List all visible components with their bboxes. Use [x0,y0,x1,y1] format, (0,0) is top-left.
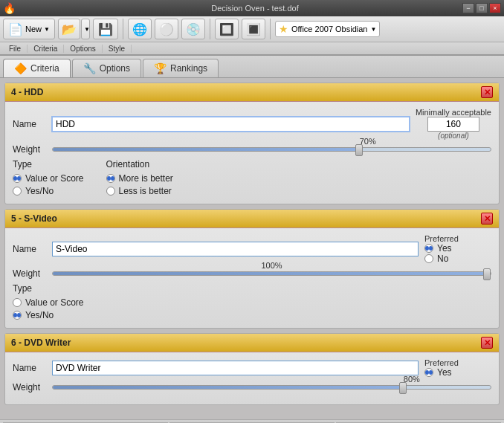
svideo-weight-label: Weight [13,268,46,279]
svideo-name-row: Name Preferred Yes No [13,234,491,264]
options-group-label: Options [64,45,102,53]
web-icon: 🌐 [132,22,147,36]
svideo-type-value-radio[interactable]: Value or Score [13,297,84,308]
hdd-orientation-less-radio[interactable]: Less is better [106,186,173,196]
svideo-options-row: Type Value or Score Yes/No [13,283,491,320]
hdd-name-label: Name [13,119,46,129]
tab-rankings[interactable]: 🏆 Rankings [143,59,219,77]
open-dropdown-button[interactable]: ▼ [81,19,90,39]
svideo-header-label: 5 - S-Video [11,213,57,224]
new-dropdown-arrow: ▼ [44,26,50,33]
svideo-type-value-radio-btn[interactable] [13,298,22,307]
hdd-orientation-label: Orientation [106,159,173,169]
tab-criteria[interactable]: 🔶 Criteria [3,59,71,77]
hdd-slider-fill [53,148,359,151]
dvdwriter-preferred-yes[interactable]: Yes [424,367,452,378]
new-button[interactable]: 📄 New ▼ [3,19,55,39]
toolbar-divider-1 [123,19,123,39]
dvdwriter-preferred-yes-label: Yes [437,367,452,378]
hdd-orientation-more-radio-btn[interactable] [106,174,115,183]
dvdwriter-weight-row: Weight 80% [13,382,491,393]
hdd-orientation-less-label: Less is better [119,186,172,196]
svideo-close-button[interactable]: ✕ [481,213,493,225]
svideo-type-yesno-label: Yes/No [25,310,54,320]
hdd-name-row: Name Minimally acceptable (optional) [13,108,491,140]
hdd-orientation-less-radio-btn[interactable] [106,187,115,196]
pointer2-button[interactable]: 🔳 [242,19,265,39]
hdd-name-input[interactable] [52,117,410,132]
options-icon: 💿 [186,22,201,36]
svideo-preferred-label: Preferred [424,234,459,243]
dvdwriter-weight-label: Weight [13,382,46,393]
rankings-tab-icon: 🏆 [154,62,167,74]
window-title: Decision Oven - test.dof [48,4,462,13]
hdd-type-yesno-radio-btn[interactable] [13,187,22,196]
dvdwriter-preferred-panel: Preferred Yes [424,358,491,378]
hdd-min-accept-input[interactable] [427,117,479,132]
hdd-type-label: Type [13,159,84,169]
save-icon: 💾 [98,22,113,36]
criteria-icon: ⚪ [159,22,174,36]
style-group-label: Style [103,45,132,53]
dvdwriter-slider-track [52,385,491,390]
dvdwriter-close-button[interactable]: ✕ [481,337,493,349]
criteria-card-svideo: 5 - S-Video ✕ Name Preferred Yes No [4,209,500,329]
svideo-preferred-no-label: No [437,254,448,264]
hdd-orientation-more-radio[interactable]: More is better [106,173,173,184]
hdd-type-value-radio-btn[interactable] [13,174,22,183]
svideo-name-input[interactable] [52,242,419,256]
svideo-preferred-yes-btn[interactable] [424,244,433,253]
criteria-header-hdd: 4 - HDD ✕ [5,83,499,102]
criteria-header-svideo: 5 - S-Video ✕ [5,210,499,228]
main-content: 4 - HDD ✕ Name Minimally acceptable (opt… [0,78,504,419]
svideo-body: Name Preferred Yes No Weight [5,228,499,328]
options-tab-icon: 🔧 [83,62,96,74]
dvdwriter-name-input[interactable] [52,361,419,375]
file-group-label: File [3,45,28,53]
options-toolbar-button[interactable]: 💿 [181,19,205,39]
toolbar-divider-3 [270,19,271,39]
svideo-type-yesno-radio[interactable]: Yes/No [13,310,84,320]
hdd-type-value-label: Value or Score [25,173,84,184]
tab-options-label: Options [100,63,130,74]
pointer-button[interactable]: 🔲 [215,19,239,39]
toolbar-divider-2 [210,19,210,39]
criteria-tab-icon: 🔶 [14,62,27,74]
web-button[interactable]: 🌐 [128,19,152,39]
maximize-button[interactable]: □ [476,3,488,13]
hdd-type-value-radio[interactable]: Value or Score [13,173,84,184]
svideo-type-yesno-radio-btn[interactable] [13,311,22,320]
svideo-preferred-panel: Preferred Yes No [424,234,491,264]
dvdwriter-preferred-label: Preferred [424,358,459,367]
close-button[interactable]: × [489,3,501,13]
save-button[interactable]: 💾 [93,19,118,39]
hdd-type-group: Type Value or Score Yes/No [13,159,84,196]
criteria-card-hdd: 4 - HDD ✕ Name Minimally acceptable (opt… [4,83,500,204]
svideo-preferred-no-btn[interactable] [424,254,433,263]
tab-options[interactable]: 🔧 Options [72,59,141,77]
svideo-preferred-yes[interactable]: Yes [424,243,452,254]
hdd-slider-thumb[interactable] [355,144,363,156]
svideo-weight-pct: 100% [261,261,282,270]
hdd-slider-container: 70% [52,147,491,152]
hdd-type-yesno-radio[interactable]: Yes/No [13,186,84,196]
svideo-slider-thumb[interactable] [483,268,491,280]
style-selector[interactable]: ★ Office 2007 Obsidian ▼ [275,21,380,37]
open-button[interactable]: 📂 [58,19,80,39]
tab-bar: 🔶 Criteria 🔧 Options 🏆 Rankings [0,56,504,78]
window-controls: − □ × [462,3,501,13]
criteria-toolbar-button[interactable]: ⚪ [155,19,178,39]
minimize-button[interactable]: − [462,3,474,13]
dvdwriter-name-label: Name [13,363,46,373]
hdd-orientation-group: Orientation More is better Less is bette… [106,159,173,196]
hdd-optional-text: (optional) [438,132,469,140]
dvdwriter-slider-thumb[interactable] [399,382,407,394]
hdd-close-button[interactable]: ✕ [481,86,493,98]
svideo-preferred-no[interactable]: No [424,254,448,264]
criteria-header-dvdwriter: 6 - DVD Writer ✕ [5,334,499,352]
hdd-header-label: 4 - HDD [11,87,43,97]
style-selector-label: Office 2007 Obsidian [291,25,368,33]
criteria-group-label: Criteria [28,45,64,53]
dvdwriter-preferred-yes-btn[interactable] [424,368,433,377]
svideo-type-label: Type [13,283,84,294]
